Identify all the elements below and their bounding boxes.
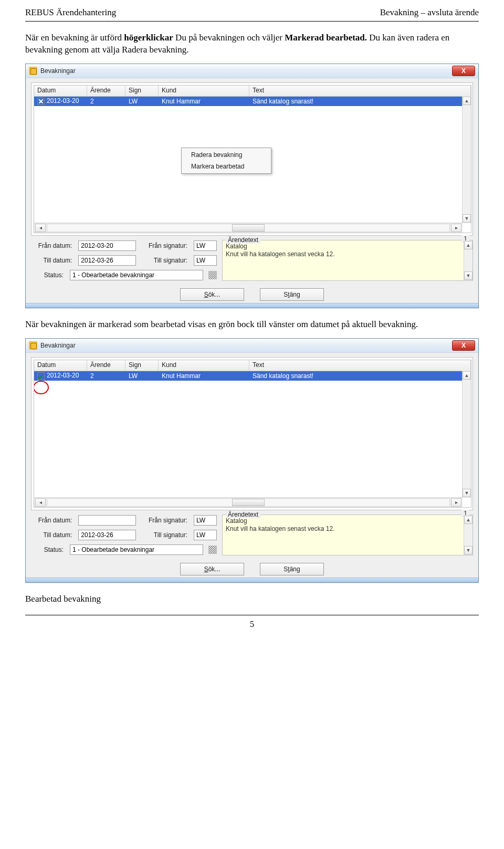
close-button-2[interactable]: X: [452, 340, 475, 351]
intro-paragraph-1: När en bevakning är utförd högerklickar …: [25, 32, 479, 56]
scroll-right-icon[interactable]: ▸: [451, 498, 461, 507]
grid-horizontal-scrollbar-2[interactable]: ◂ ▸: [34, 497, 463, 507]
col-sign[interactable]: Sign: [125, 86, 159, 96]
lbl-till-signatur: Till signatur:: [141, 531, 188, 539]
stang-rest: äng: [290, 565, 300, 573]
memo-scrollbar[interactable]: ▲ ▼: [464, 240, 472, 280]
sok-underline: S: [204, 565, 208, 573]
bevakningar-grid-2[interactable]: Datum Ärende Sign Kund Text 2012-03-20 2…: [34, 360, 471, 508]
bevakningar-window-1: Bevakningar X Datum Ärende Sign Kund Tex…: [25, 64, 479, 308]
arendetext-label: Ärendetext: [226, 236, 260, 244]
memo-scroll-up-icon[interactable]: ▲: [464, 241, 472, 249]
input-fran-signatur[interactable]: [194, 240, 217, 251]
col-kund[interactable]: Kund: [159, 86, 249, 96]
scroll-down-icon[interactable]: ▼: [463, 489, 471, 497]
stang-button-2[interactable]: Stäng: [260, 563, 324, 575]
cell-kund: Knut Hammar: [159, 372, 249, 380]
sok-button[interactable]: Sök...: [180, 288, 244, 301]
table-row[interactable]: 2012-03-20 2 LW Knut Hammar Sänd katalog…: [34, 97, 471, 106]
input-status-2[interactable]: [70, 544, 203, 555]
intro-paragraph-2: När bevakningen är markerad som bearbeta…: [25, 319, 479, 331]
input-till-datum-2[interactable]: [78, 530, 136, 540]
p1-bold1: högerklickar: [124, 33, 173, 43]
page-footer: 5: [25, 615, 479, 640]
status-check-icon: [37, 98, 45, 105]
input-till-signatur[interactable]: [194, 255, 217, 266]
close-icon: X: [461, 67, 466, 75]
lbl-fran-signatur: Från signatur:: [141, 517, 188, 524]
grid-header: Datum Ärende Sign Kund Text: [34, 86, 471, 97]
bevakningar-grid[interactable]: Datum Ärende Sign Kund Text 2012-03-20 2…: [34, 85, 471, 233]
input-till-datum[interactable]: [78, 255, 136, 266]
scroll-thumb[interactable]: [232, 224, 265, 232]
stang-pre: S: [284, 565, 288, 573]
lbl-till-datum: Till datum:: [31, 257, 73, 264]
lbl-till-signatur: Till signatur:: [141, 257, 188, 264]
close-icon: X: [461, 342, 466, 349]
window-bottom-strip: [26, 578, 478, 582]
scroll-thumb[interactable]: [232, 499, 265, 506]
window-titlebar: Bevakningar X: [26, 64, 478, 78]
filter-panel-2: Från datum: Från signatur: Till datum: T…: [31, 515, 473, 555]
scroll-left-icon[interactable]: ◂: [35, 498, 46, 507]
input-fran-datum[interactable]: [78, 240, 136, 251]
col-kund[interactable]: Kund: [159, 360, 249, 371]
context-menu: Radera bevakning Markera bearbetad: [181, 148, 271, 174]
scroll-down-icon[interactable]: ▼: [463, 214, 471, 223]
scroll-track[interactable]: [47, 498, 450, 507]
grid-vertical-scrollbar-2[interactable]: ▲ ▼: [462, 371, 471, 498]
col-text[interactable]: Text: [249, 360, 471, 371]
input-status[interactable]: [70, 270, 203, 280]
grid-vertical-scrollbar[interactable]: ▲ ▼: [462, 96, 471, 223]
arendetext-box-2: Ärendetext 1 Katalog Knut vill ha katalo…: [222, 515, 473, 555]
caption-bearbetad: Bearbetad bevakning: [25, 593, 479, 605]
input-fran-signatur-2[interactable]: [194, 515, 217, 526]
window-titlebar-2: Bevakningar X: [26, 339, 478, 353]
menu-radera-bevakning[interactable]: Radera bevakning: [182, 149, 271, 161]
memo-line2: Knut vill ha katalogen senast vecka 12.: [226, 525, 469, 533]
grid-horizontal-scrollbar[interactable]: ◂ ▸: [34, 223, 463, 233]
scroll-right-icon[interactable]: ▸: [451, 224, 461, 232]
stang-rest: äng: [290, 291, 300, 298]
col-datum[interactable]: Datum: [34, 86, 87, 96]
memo-line2: Knut vill ha katalogen senast vecka 12.: [226, 250, 469, 259]
arendetext-box: Ärendetext 1 Katalog Knut vill ha katalo…: [222, 240, 473, 281]
input-till-signatur-2[interactable]: [194, 530, 217, 540]
cell-text: Sänd katalog snarast!: [249, 98, 471, 105]
col-datum[interactable]: Datum: [34, 360, 87, 371]
sok-underline: S: [204, 291, 208, 298]
cell-text: Sänd katalog snarast!: [249, 372, 471, 380]
memo-scroll-down-icon[interactable]: ▼: [464, 271, 472, 280]
memo-scroll-down-icon[interactable]: ▼: [464, 546, 472, 554]
scroll-up-icon[interactable]: ▲: [463, 371, 471, 380]
cell-arende: 2: [87, 98, 125, 105]
grid-frame-2: Datum Ärende Sign Kund Text 2012-03-20 2…: [31, 357, 473, 510]
scroll-left-icon[interactable]: ◂: [35, 224, 46, 232]
close-button[interactable]: X: [452, 66, 475, 76]
cell-arende: 2: [87, 372, 125, 380]
col-sign[interactable]: Sign: [125, 360, 159, 371]
col-arende[interactable]: Ärende: [87, 360, 125, 371]
col-text[interactable]: Text: [249, 86, 471, 96]
grid-frame: Datum Ärende Sign Kund Text 2012-03-20 2…: [31, 82, 473, 236]
memo-scrollbar-2[interactable]: ▲ ▼: [464, 515, 472, 555]
sok-button-2[interactable]: Sök...: [180, 563, 244, 575]
lbl-fran-signatur: Från signatur:: [141, 242, 188, 249]
cell-sign: LW: [125, 372, 159, 380]
input-fran-datum-2[interactable]: [78, 515, 136, 526]
cell-kund: Knut Hammar: [159, 98, 249, 105]
window-title-2: Bevakningar: [40, 342, 449, 349]
header-left: REBUS Ärendehantering: [25, 7, 116, 18]
resize-grip-icon[interactable]: [208, 546, 217, 554]
stang-button[interactable]: Stäng: [260, 288, 324, 301]
memo-scroll-up-icon[interactable]: ▲: [464, 516, 472, 524]
scroll-track[interactable]: [47, 224, 450, 232]
col-arende[interactable]: Ärende: [87, 86, 125, 96]
status-check-icon: [37, 372, 45, 380]
p1-bold2: Markerad bearbetad.: [285, 33, 367, 43]
button-bar-2: Sök... Stäng: [31, 563, 473, 575]
table-row[interactable]: 2012-03-20 2 LW Knut Hammar Sänd katalog…: [34, 371, 471, 381]
scroll-up-icon[interactable]: ▲: [463, 97, 471, 105]
menu-markera-bearbetad[interactable]: Markera bearbetad: [182, 161, 271, 172]
resize-grip-icon[interactable]: [208, 271, 217, 279]
